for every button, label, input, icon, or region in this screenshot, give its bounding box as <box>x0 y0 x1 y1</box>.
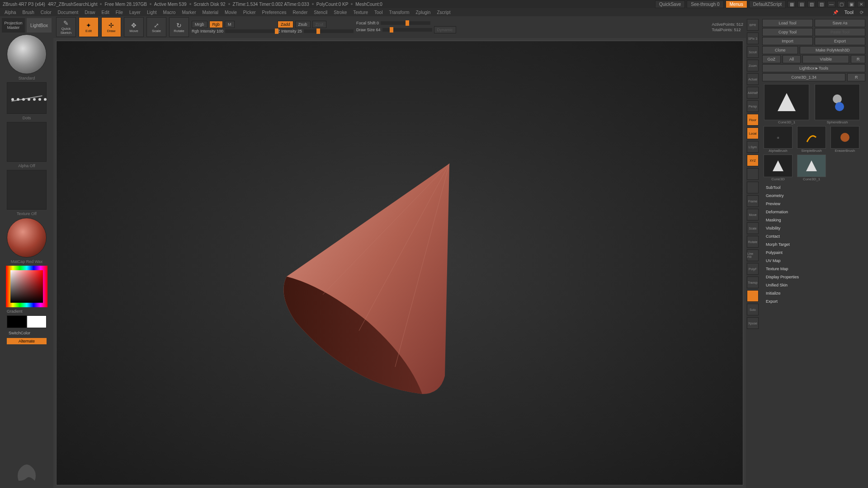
tool-item[interactable]: SimpleBrush <box>796 126 827 153</box>
layout4-icon[interactable]: ▨ <box>817 1 826 7</box>
primary-color-swatch[interactable] <box>27 315 47 328</box>
tool-item[interactable]: Cone3D_1 <box>762 84 811 124</box>
zcut-button[interactable]: Zcut <box>312 21 327 28</box>
rotate-nav-button[interactable]: Rotate <box>747 236 759 248</box>
axis1-button[interactable] <box>747 168 759 180</box>
goz-visible-button[interactable]: Visible <box>802 55 849 63</box>
clone-button[interactable]: Clone <box>762 46 798 54</box>
restore-icon[interactable]: ▣ <box>847 1 855 7</box>
section-morph[interactable]: Morph Target <box>762 241 865 248</box>
brush-selector[interactable] <box>7 34 47 74</box>
goz-r-button[interactable]: R <box>851 55 865 63</box>
menu-alpha[interactable]: Alpha <box>5 10 16 15</box>
menu-stencil[interactable]: Stencil <box>314 10 327 15</box>
menu-macro[interactable]: Macro <box>163 10 176 15</box>
tool-r-button[interactable]: R <box>847 73 865 81</box>
copy-tool-button[interactable]: Copy Tool <box>762 28 813 36</box>
section-masking[interactable]: Masking <box>762 216 865 224</box>
alternate-button[interactable]: Alternate <box>7 338 47 344</box>
stroke-selector[interactable] <box>7 82 47 114</box>
menu-texture[interactable]: Texture <box>353 10 368 15</box>
lightbox-button[interactable]: LightBox <box>27 18 52 33</box>
tool-item[interactable]: αAlphaBrush <box>762 126 794 153</box>
menu-transform[interactable]: Transform <box>389 10 409 15</box>
dynamic-button[interactable]: Dynamic <box>434 26 456 33</box>
xyz-button[interactable]: XYZ <box>747 155 759 166</box>
menus-button[interactable]: Menus <box>726 0 747 8</box>
move-nav-button[interactable]: Move <box>747 209 759 221</box>
section-texturemap[interactable]: Texture Map <box>762 265 865 272</box>
section-export[interactable]: Export <box>762 298 865 305</box>
menu-zscript[interactable]: Zscript <box>437 10 450 15</box>
rgb-intensity-slider[interactable] <box>225 29 275 33</box>
tool-item[interactable]: Cone3D <box>762 155 794 181</box>
menu-stroke[interactable]: Stroke <box>334 10 347 15</box>
section-subtool[interactable]: SubTool <box>762 184 865 191</box>
quicksave-button[interactable]: QuickSave <box>655 0 685 8</box>
section-contact[interactable]: Contact <box>762 233 865 240</box>
scale-nav-button[interactable]: Scale <box>747 222 759 234</box>
menu-light[interactable]: Light <box>147 10 157 15</box>
goz-all-button[interactable]: All <box>783 55 801 63</box>
scroll-button[interactable]: Scroll <box>747 46 759 58</box>
lsym-button[interactable]: LSym <box>747 141 759 153</box>
section-deformation[interactable]: Deformation <box>762 208 865 216</box>
zsub-button[interactable]: Zsub <box>295 21 311 28</box>
goz-button[interactable]: GoZ <box>762 55 781 63</box>
menu-tool[interactable]: Tool <box>374 10 382 15</box>
actual-button[interactable]: Actual <box>747 73 759 85</box>
draw-mode-button[interactable]: ✢Draw <box>101 17 121 37</box>
minimize-icon[interactable]: — <box>827 1 835 7</box>
aahalf-button[interactable]: AAHalf <box>747 87 759 99</box>
transp-button[interactable]: Transp <box>747 277 759 288</box>
solo-button[interactable]: Solo <box>747 304 759 315</box>
xpose-button[interactable]: Xpose <box>747 317 759 329</box>
gradient-toggle[interactable]: Gradient <box>7 309 47 314</box>
layout3-icon[interactable]: ▧ <box>807 1 816 7</box>
panel-pin-icon[interactable]: 📌 <box>833 10 838 15</box>
panel-close-icon[interactable]: ⟳ <box>860 10 863 15</box>
persp-button[interactable]: Persp <box>747 100 759 112</box>
section-preview[interactable]: Preview <box>762 200 865 207</box>
bpr-button[interactable]: BPR <box>747 19 759 31</box>
export-button[interactable]: Export <box>815 37 865 45</box>
layout2-icon[interactable]: ▤ <box>797 1 806 7</box>
alpha-selector[interactable] <box>7 122 47 162</box>
maximize-icon[interactable]: ▢ <box>837 1 845 7</box>
save-as-button[interactable]: Save As <box>815 19 865 27</box>
secondary-color-swatch[interactable] <box>7 315 27 328</box>
menu-draw[interactable]: Draw <box>85 10 95 15</box>
texture-selector[interactable] <box>7 170 47 210</box>
axis2-button[interactable] <box>747 182 759 193</box>
linefill-button[interactable]: Line Fill <box>747 249 759 261</box>
frame-button[interactable]: Frame <box>747 195 759 207</box>
paste-tool-button[interactable]: Paste Tool <box>815 28 865 36</box>
tool-item[interactable]: SphereBrush <box>813 84 862 124</box>
projection-master-button[interactable]: Projection Master <box>2 18 25 33</box>
tool-item[interactable]: EraserBrush <box>829 126 861 153</box>
menu-material[interactable]: Material <box>203 10 219 15</box>
draw-size-slider[interactable] <box>382 28 432 32</box>
viewport[interactable] <box>56 41 743 485</box>
current-tool-name[interactable]: Cone3D_1.34 <box>762 73 845 81</box>
floor-button[interactable]: Floor <box>747 114 759 126</box>
zadd-button[interactable]: Zadd <box>278 21 293 28</box>
z-intensity-slider[interactable] <box>304 29 354 33</box>
quick-sketch-button[interactable]: ✎Quick Sketch <box>56 17 76 37</box>
m-button[interactable]: M <box>225 21 235 28</box>
rotate-mode-button[interactable]: ↻Rotate <box>169 17 189 37</box>
spix-button[interactable]: SPix 3 <box>747 33 759 44</box>
ghost-button[interactable] <box>747 290 759 302</box>
menu-picker[interactable]: Picker <box>243 10 256 15</box>
section-initialize[interactable]: Initialize <box>762 290 865 297</box>
load-tool-button[interactable]: Load Tool <box>762 19 813 27</box>
menu-file[interactable]: File <box>116 10 123 15</box>
layout-icon[interactable]: ▦ <box>788 1 796 7</box>
rgb-button[interactable]: Rgb <box>209 21 223 28</box>
menu-brush[interactable]: Brush <box>23 10 34 15</box>
script-button[interactable]: DefaultZScript <box>749 0 786 8</box>
menu-color[interactable]: Color <box>41 10 52 15</box>
focal-shift-slider[interactable] <box>381 21 430 25</box>
local-button[interactable]: Local <box>747 127 759 139</box>
switch-color-button[interactable]: SwitchColor <box>7 330 47 336</box>
